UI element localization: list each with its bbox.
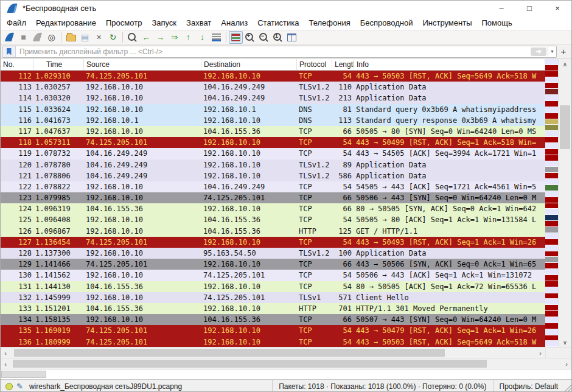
stop-capture-icon[interactable]: ■ <box>16 31 30 44</box>
scroll-left-icon[interactable]: ‹ <box>1 360 10 368</box>
start-capture-icon[interactable] <box>2 31 16 44</box>
packet-row-129[interactable]: 1291.14146674.125.205.101192.168.10.10TC… <box>1 259 545 270</box>
packet-cell: 80 → 50505 [SYN, ACK] Seq=0 Ack=1 Win=64… <box>354 203 545 214</box>
capture-options-icon[interactable]: ◎ <box>44 31 58 44</box>
packet-row-120[interactable]: 1201.078780104.16.249.249192.168.10.10TL… <box>1 159 545 170</box>
column-header-time[interactable]: Time <box>34 59 84 70</box>
maximize-button[interactable]: □ <box>515 1 543 16</box>
packet-cell: 1.144130 <box>34 281 84 292</box>
packet-row-115[interactable]: 1151.033624192.168.10.10192.168.10.1DNS8… <box>1 104 545 115</box>
menu-item-анализ[interactable]: Анализ <box>216 18 253 27</box>
packet-row-131[interactable]: 1311.144130104.16.155.36192.168.10.10TCP… <box>1 281 545 292</box>
horizontal-scroll-thumb-1[interactable] <box>14 349 445 357</box>
packet-row-135[interactable]: 1351.16901974.125.205.101192.168.10.10TC… <box>1 325 545 336</box>
horizontal-scroll-track-1[interactable] <box>10 348 535 358</box>
menu-item-файл[interactable]: Файл <box>2 18 31 27</box>
menu-item-статистика[interactable]: Статистика <box>253 18 304 27</box>
packet-row-124[interactable]: 1241.096319104.16.155.36192.168.10.10TCP… <box>1 203 545 214</box>
vertical-scroll-thumb[interactable] <box>560 105 570 149</box>
display-filter-input[interactable] <box>16 47 531 57</box>
go-bottom-icon[interactable]: ↓ <box>195 31 209 44</box>
menu-item-телефония[interactable]: Телефония <box>304 18 355 27</box>
zoom-out-icon[interactable]: − <box>257 31 271 44</box>
add-filter-button[interactable]: + <box>557 46 570 57</box>
menu-item-инструменты[interactable]: Инструменты <box>417 18 476 27</box>
scroll-down-icon[interactable]: ∨ <box>559 337 571 347</box>
packet-cell: 1.057311 <box>34 137 84 148</box>
horizontal-scrollbar-list[interactable]: ‹ › <box>1 347 571 358</box>
restart-capture-icon[interactable] <box>30 31 44 44</box>
scroll-left-icon[interactable]: ‹ <box>1 349 10 357</box>
colorize-icon[interactable] <box>229 31 243 44</box>
vertical-scrollbar[interactable]: ∧ ∨ <box>558 59 571 347</box>
expert-info-icon[interactable] <box>5 383 13 390</box>
zoom-reset-icon[interactable]: 1 <box>271 31 285 44</box>
packet-row-114[interactable]: 1141.030320192.168.10.10104.16.249.249TL… <box>1 93 545 103</box>
column-header-info[interactable]: Info <box>354 59 545 70</box>
autoscroll-icon[interactable] <box>209 31 223 44</box>
capture-comment-icon[interactable]: ✎ <box>16 382 23 391</box>
packet-row-123[interactable]: 1231.079985192.168.10.1074.125.205.101TC… <box>1 192 545 203</box>
packet-cell: 1.078780 <box>34 159 84 170</box>
horizontal-scroll-track-2[interactable] <box>10 359 562 369</box>
packet-row-117[interactable]: 1171.047637192.168.10.10104.16.155.36TCP… <box>1 126 545 137</box>
packet-cell: 66 <box>332 259 354 270</box>
save-file-icon[interactable]: ▤ <box>78 31 92 44</box>
minimize-button[interactable]: – <box>487 1 515 16</box>
packet-row-121[interactable]: 1211.078806104.16.249.249192.168.10.10TL… <box>1 170 545 181</box>
go-forward-icon[interactable]: → <box>153 31 167 44</box>
go-back-icon[interactable]: ← <box>139 31 153 44</box>
go-top-icon[interactable]: ↑ <box>181 31 195 44</box>
packet-cell: 192.168.10.10 <box>84 314 201 325</box>
menu-item-запуск[interactable]: Запуск <box>147 18 181 27</box>
column-header-protocol[interactable]: Protocol <box>297 59 332 70</box>
packet-row-126[interactable]: 1261.096867192.168.10.10104.16.155.36HTT… <box>1 226 545 237</box>
packet-row-128[interactable]: 1281.137300192.168.10.1095.163.54.50TLSv… <box>1 248 545 259</box>
menu-item-захват[interactable]: Захват <box>181 18 216 27</box>
open-file-icon[interactable] <box>64 31 78 44</box>
column-header-destination[interactable]: Destination <box>201 59 297 70</box>
packet-row-125[interactable]: 1251.096408192.168.10.10104.16.155.36TCP… <box>1 214 545 225</box>
column-header-length[interactable]: Length <box>332 59 354 70</box>
scroll-up-icon[interactable]: ∧ <box>559 59 571 69</box>
reload-file-icon[interactable]: ↻ <box>106 31 120 44</box>
packet-row-127[interactable]: 1271.13645474.125.205.101192.168.10.10TC… <box>1 237 545 248</box>
packet-minimap[interactable] <box>545 59 558 347</box>
close-file-icon[interactable]: × <box>92 31 106 44</box>
packet-row-113[interactable]: 1131.030257192.168.10.10104.16.249.249TL… <box>1 82 545 93</box>
packet-row-133[interactable]: 1331.151201104.16.155.36192.168.10.10HTT… <box>1 303 545 314</box>
packet-row-119[interactable]: 1191.078732104.16.249.249192.168.10.10TC… <box>1 148 545 159</box>
zoom-in-icon[interactable]: + <box>243 31 257 44</box>
packet-row-118[interactable]: 1181.05731174.125.205.101192.168.10.10TC… <box>1 137 545 148</box>
packet-row-134[interactable]: 1341.158135192.168.10.10104.16.155.36TCP… <box>1 314 545 325</box>
packet-cell: TCP <box>297 203 332 214</box>
packet-row-112[interactable]: 1121.02931074.125.205.101192.168.10.10TC… <box>1 71 545 82</box>
apply-filter-button[interactable]: ➔ <box>531 47 546 56</box>
menu-item-беспроводной[interactable]: Беспроводной <box>355 18 418 27</box>
menu-item-помощь[interactable]: Помощь <box>477 18 517 27</box>
packet-row-130[interactable]: 1301.141562192.168.10.1074.125.205.101TC… <box>1 270 545 281</box>
filter-dropdown-caret[interactable]: ▼ <box>548 46 556 57</box>
scroll-right-icon[interactable]: › <box>535 349 545 357</box>
column-header-source[interactable]: Source <box>84 59 201 70</box>
resize-columns-icon[interactable] <box>285 31 299 44</box>
menu-item-просмотр[interactable]: Просмотр <box>101 18 147 27</box>
filter-bookmark-button[interactable] <box>2 46 16 57</box>
close-button[interactable]: × <box>543 1 571 16</box>
vertical-scroll-track[interactable] <box>559 69 571 337</box>
goto-packet-icon[interactable]: ⇒ <box>167 31 181 44</box>
scroll-right-icon[interactable]: › <box>562 360 571 368</box>
horizontal-scrollbar-detail[interactable]: ‹ › <box>1 358 571 369</box>
packet-row-136[interactable]: 1361.18099974.125.205.101192.168.10.10TC… <box>1 337 545 348</box>
packet-cell: 104.16.155.36 <box>201 214 297 225</box>
packet-row-132[interactable]: 1321.145999192.168.10.1074.125.205.101TL… <box>1 292 545 303</box>
profile-label[interactable]: Профиль: Default <box>493 380 565 392</box>
find-packet-icon[interactable] <box>125 31 139 44</box>
packet-row-116[interactable]: 1161.041673192.168.10.1192.168.10.10DNS1… <box>1 115 545 126</box>
column-header-no[interactable]: No. <box>1 59 34 70</box>
menu-item-редактирование[interactable]: Редактирование <box>31 18 101 27</box>
packet-cell: 1.169019 <box>34 325 84 336</box>
packet-row-122[interactable]: 1221.078822192.168.10.10104.16.249.249TC… <box>1 181 545 192</box>
resize-grip[interactable] <box>564 380 571 392</box>
horizontal-scroll-thumb-2[interactable] <box>13 360 487 368</box>
